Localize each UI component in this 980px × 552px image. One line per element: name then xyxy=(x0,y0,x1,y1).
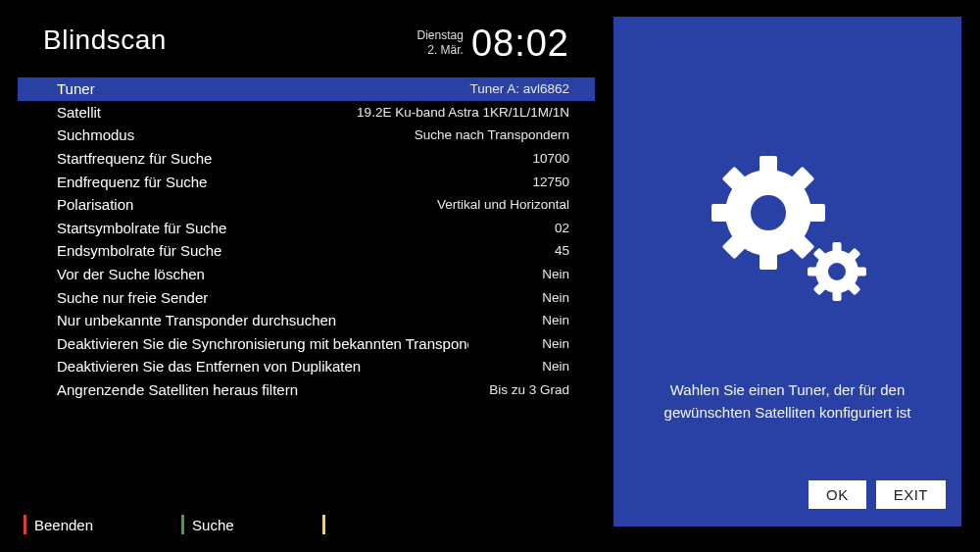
row-label: Endfrequenz für Suche xyxy=(57,174,207,190)
clock: 08:02 xyxy=(471,25,569,62)
footer: Beenden Suche xyxy=(24,515,589,534)
settings-row[interactable]: Nur unbekannte Transponder durchsuchenNe… xyxy=(18,309,595,332)
green-bar-icon xyxy=(181,515,184,534)
settings-row[interactable]: Endsymbolrate für Suche45 xyxy=(18,239,595,263)
screen: Blindscan Dienstag 2. Mär. 08:02 TunerTu… xyxy=(0,0,980,552)
row-label: Nur unbekannte Transponder durchsuchen xyxy=(57,312,336,328)
svg-point-9 xyxy=(751,195,786,230)
yellow-button[interactable] xyxy=(322,515,333,534)
red-bar-icon xyxy=(24,515,26,534)
settings-row[interactable]: SuchmodusSuche nach Transpondern xyxy=(18,124,595,147)
settings-row[interactable]: Deaktivieren Sie die Synchronisierung mi… xyxy=(18,332,595,356)
settings-row[interactable]: PolarisationVertikal und Horizontal xyxy=(18,193,595,217)
row-label: Tuner xyxy=(57,80,95,97)
row-value: Nein xyxy=(542,267,569,281)
row-label: Deaktivieren Sie das Entfernen von Dupli… xyxy=(57,358,361,375)
row-value: Nein xyxy=(542,313,569,327)
gear-wrap xyxy=(613,134,961,330)
row-value: Bis zu 3 Grad xyxy=(489,382,569,397)
row-label: Angrenzende Satelliten heraus filtern xyxy=(57,381,298,398)
row-value: 02 xyxy=(555,221,569,235)
info-panel: Wahlen Sie einen Tuner, der für den gewü… xyxy=(613,17,961,527)
settings-row[interactable]: Angrenzende Satelliten heraus filternBis… xyxy=(18,378,595,402)
row-label: Suche nur freie Sender xyxy=(57,289,208,306)
row-value: 12750 xyxy=(532,175,569,189)
row-label: Startsymbolrate für Suche xyxy=(57,220,226,236)
page-title: Blindscan xyxy=(43,25,167,56)
panel-buttons: OK EXIT xyxy=(808,480,946,509)
settings-row[interactable]: Vor der Suche löschenNein xyxy=(18,263,595,286)
main-panel: Blindscan Dienstag 2. Mär. 08:02 TunerTu… xyxy=(0,0,612,552)
row-label: Suchmodus xyxy=(57,126,134,143)
svg-point-19 xyxy=(828,263,846,280)
settings-row[interactable]: Deaktivieren Sie das Entfernen von Dupli… xyxy=(18,355,595,378)
exit-button[interactable]: EXIT xyxy=(876,480,946,509)
row-value: Tuner A: avl6862 xyxy=(469,81,569,96)
green-label: Suche xyxy=(192,517,234,533)
red-label: Beenden xyxy=(34,517,93,533)
day-label: Dienstag xyxy=(417,28,464,43)
header: Blindscan Dienstag 2. Mär. 08:02 xyxy=(18,25,595,62)
row-label: Deaktivieren Sie die Synchronisierung mi… xyxy=(57,335,468,352)
yellow-bar-icon xyxy=(322,515,325,534)
row-value: Nein xyxy=(542,359,569,374)
row-value: Suche nach Transpondern xyxy=(415,127,569,142)
gear-icon xyxy=(690,134,886,330)
ok-button[interactable]: OK xyxy=(808,480,866,509)
row-value: Nein xyxy=(542,290,569,305)
hint-text: Wahlen Sie einen Tuner, der für den gewü… xyxy=(643,379,932,424)
row-value: 10700 xyxy=(532,151,569,166)
row-label: Polarisation xyxy=(57,196,133,213)
row-value: Nein xyxy=(542,336,569,351)
green-button[interactable]: Suche xyxy=(181,515,234,534)
settings-row[interactable]: Satellit19.2E Ku-band Astra 1KR/1L/1M/1N xyxy=(18,101,595,125)
settings-row[interactable]: Suche nur freie SenderNein xyxy=(18,285,595,309)
date: Dienstag 2. Mär. xyxy=(417,28,464,58)
row-value: Vertikal und Horizontal xyxy=(437,197,569,212)
date-label: 2. Mär. xyxy=(417,43,464,58)
settings-row[interactable]: Startfrequenz für Suche10700 xyxy=(18,147,595,171)
clock-box: Dienstag 2. Mär. 08:02 xyxy=(417,25,569,62)
row-label: Startfrequenz für Suche xyxy=(57,150,212,167)
row-label: Endsymbolrate für Suche xyxy=(57,242,221,259)
row-value: 45 xyxy=(555,243,569,258)
row-label: Satellit xyxy=(57,104,101,121)
red-button[interactable]: Beenden xyxy=(24,515,93,534)
settings-row[interactable]: Startsymbolrate für Suche02 xyxy=(18,217,595,240)
settings-list[interactable]: TunerTuner A: avl6862Satellit19.2E Ku-ba… xyxy=(18,77,595,401)
settings-row[interactable]: TunerTuner A: avl6862 xyxy=(18,77,595,101)
row-label: Vor der Suche löschen xyxy=(57,266,205,282)
settings-row[interactable]: Endfrequenz für Suche12750 xyxy=(18,170,595,193)
row-value: 19.2E Ku-band Astra 1KR/1L/1M/1N xyxy=(357,105,569,120)
